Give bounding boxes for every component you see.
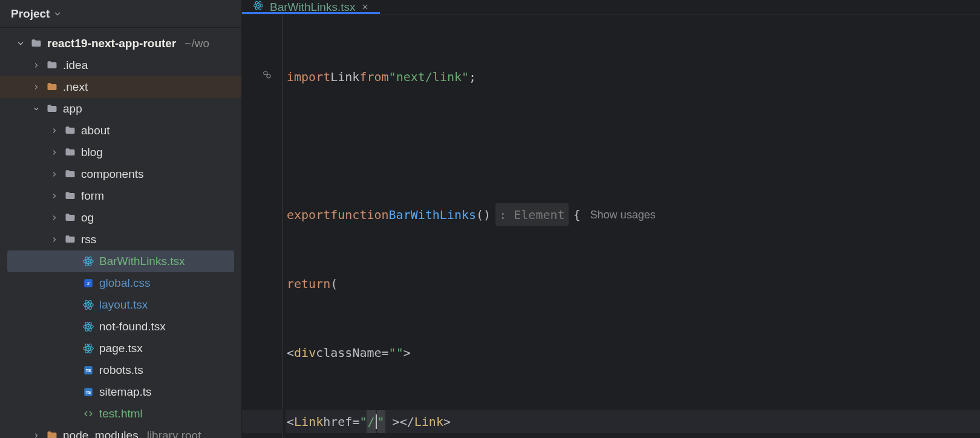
code-area[interactable]: import Link from "next/link"; export fun… — [242, 15, 980, 438]
code-line[interactable] — [286, 134, 980, 157]
tree-item[interactable]: node_moduleslibrary root — [0, 425, 241, 438]
tree-item-label: robots.ts — [99, 364, 143, 377]
tree-item[interactable]: TSsitemap.ts — [0, 381, 241, 403]
folder-icon — [64, 146, 76, 159]
code-line[interactable]: export function BarWithLinks(): Element … — [286, 203, 980, 226]
tree-item-label: app — [63, 102, 82, 116]
folder-icon — [46, 103, 58, 115]
tree-item-label: node_modules — [63, 429, 139, 438]
chevron-right-icon[interactable] — [50, 192, 59, 200]
tree-item-label: global.css — [99, 276, 151, 290]
code-content[interactable]: import Link from "next/link"; export fun… — [283, 15, 980, 438]
folder-icon — [46, 59, 58, 71]
code-line-current[interactable]: <Link href="/" ></Link> — [286, 410, 980, 433]
tree-item-label: sitemap.ts — [99, 385, 152, 399]
tree-item-label: rss — [81, 233, 96, 246]
code-line[interactable]: import Link from "next/link"; — [286, 65, 980, 88]
tree-item-label: .next — [63, 80, 88, 94]
tree-item[interactable]: #global.css — [0, 272, 241, 294]
tree-item-label: not-found.tsx — [99, 320, 166, 333]
code-line[interactable]: <div className=""> — [286, 341, 980, 364]
svg-point-17 — [88, 348, 90, 350]
react-icon — [253, 0, 264, 14]
tree-item-label: about — [81, 124, 110, 137]
tree-item-label: test.html — [99, 407, 143, 420]
chevron-right-icon[interactable] — [50, 149, 59, 156]
tree-item[interactable]: components — [0, 163, 241, 185]
svg-point-26 — [264, 71, 267, 75]
svg-text:TS: TS — [86, 390, 91, 394]
tree-item[interactable]: app — [0, 98, 241, 120]
folder-icon — [64, 168, 76, 180]
tree-item[interactable]: blog — [0, 142, 241, 163]
tree-item-label: .idea — [63, 59, 88, 72]
tree-item-label: blog — [81, 146, 103, 159]
tree-item[interactable]: TSrobots.ts — [0, 359, 241, 381]
chevron-down-icon[interactable] — [31, 105, 41, 113]
project-tool-header[interactable]: Project — [0, 0, 241, 28]
gutter[interactable] — [242, 15, 283, 438]
tree-root-path: ~/wo — [185, 37, 209, 50]
svg-point-3 — [88, 261, 90, 263]
svg-point-25 — [258, 5, 260, 7]
code-line[interactable]: return ( — [286, 272, 980, 295]
html-icon — [82, 408, 94, 420]
chevron-right-icon[interactable] — [50, 214, 59, 221]
chevron-right-icon[interactable] — [50, 127, 59, 134]
editor-tabs[interactable]: BarWithLinks.tsx — [242, 0, 980, 15]
folder-icon — [64, 212, 76, 224]
tree-item[interactable]: form — [0, 185, 241, 207]
tree-item[interactable]: about — [0, 120, 241, 142]
tree-item-label: components — [81, 168, 144, 181]
tab-barwithlinks[interactable]: BarWithLinks.tsx — [242, 0, 380, 14]
folder-icon — [30, 38, 42, 50]
tree-item-label: page.tsx — [99, 342, 143, 355]
tree-item[interactable]: test.html — [0, 403, 241, 425]
chevron-right-icon[interactable] — [31, 83, 41, 91]
chevron-right-icon[interactable] — [31, 432, 41, 438]
project-sidebar: Project react19-next-app-router ~/wo .id… — [0, 0, 242, 438]
tree-item-label: BarWithLinks.tsx — [99, 255, 185, 268]
svg-point-9 — [88, 304, 90, 306]
tree-item[interactable]: page.tsx — [0, 338, 241, 359]
react-icon — [82, 255, 94, 267]
project-title: Project — [11, 7, 50, 21]
react-icon — [82, 321, 94, 333]
folder-orange-icon — [46, 430, 58, 438]
react-icon — [82, 299, 94, 311]
tree-item-extra: library root — [147, 429, 201, 438]
folder-icon — [64, 125, 76, 137]
show-usages-hint[interactable]: Show usages — [590, 203, 656, 226]
tree-item[interactable]: BarWithLinks.tsx — [7, 250, 234, 272]
tree-item[interactable]: .next — [0, 76, 241, 98]
folder-icon — [64, 234, 76, 246]
tree-item-label: form — [81, 189, 104, 203]
folder-icon — [64, 190, 76, 202]
type-hint: : Element — [495, 203, 568, 226]
chevron-right-icon[interactable] — [31, 62, 41, 69]
tab-label: BarWithLinks.tsx — [270, 1, 355, 14]
svg-text:TS: TS — [86, 368, 91, 373]
tree-root[interactable]: react19-next-app-router ~/wo — [0, 33, 241, 54]
project-tree[interactable]: react19-next-app-router ~/wo .idea.nexta… — [0, 28, 241, 438]
folder-orange-icon — [46, 81, 58, 93]
tree-root-label: react19-next-app-router — [47, 37, 176, 50]
tree-item-label: og — [81, 211, 94, 224]
tree-item-label: layout.tsx — [99, 298, 148, 312]
tree-item[interactable]: layout.tsx — [0, 294, 241, 316]
chevron-down-icon — [53, 10, 62, 18]
editor-area: BarWithLinks.tsx import Link from "next/… — [242, 0, 980, 438]
close-icon[interactable] — [361, 1, 369, 14]
ts-icon: TS — [82, 386, 94, 398]
chevron-right-icon[interactable] — [50, 171, 59, 178]
usages-gutter-icon[interactable] — [261, 69, 272, 83]
css-icon: # — [82, 277, 94, 289]
chevron-right-icon[interactable] — [50, 236, 59, 243]
ts-icon: TS — [82, 364, 94, 376]
tree-item[interactable]: rss — [0, 229, 241, 250]
tree-item[interactable]: .idea — [0, 54, 241, 76]
tree-item[interactable]: og — [0, 207, 241, 229]
react-icon — [82, 342, 94, 355]
tree-item[interactable]: not-found.tsx — [0, 316, 241, 338]
chevron-down-icon — [16, 39, 25, 48]
